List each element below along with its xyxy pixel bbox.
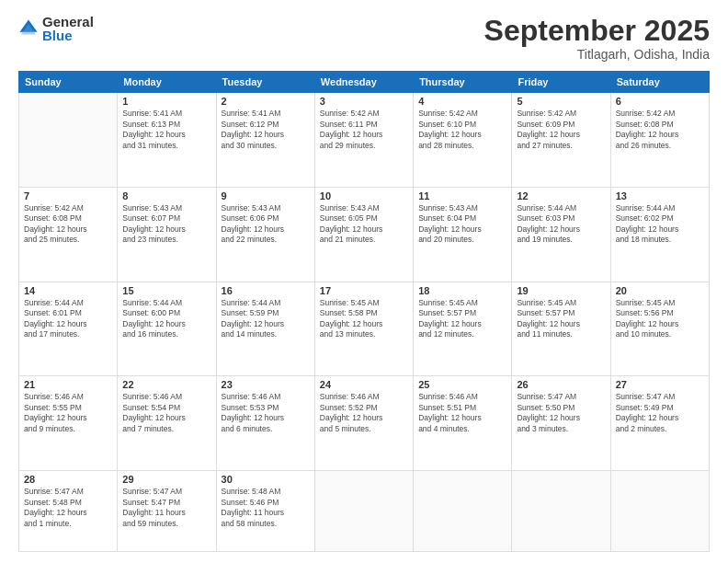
cell-daylight-info: Sunrise: 5:42 AM Sunset: 6:08 PM Dayligh… xyxy=(616,109,704,151)
calendar-week-row: 21Sunrise: 5:46 AM Sunset: 5:55 PM Dayli… xyxy=(19,376,710,471)
table-row: 29Sunrise: 5:47 AM Sunset: 5:47 PM Dayli… xyxy=(118,471,216,552)
day-number: 2 xyxy=(222,96,310,107)
day-number: 16 xyxy=(222,285,310,296)
cell-daylight-info: Sunrise: 5:46 AM Sunset: 5:52 PM Dayligh… xyxy=(320,392,408,434)
day-number: 18 xyxy=(418,285,506,296)
cell-daylight-info: Sunrise: 5:48 AM Sunset: 5:46 PM Dayligh… xyxy=(222,487,310,529)
calendar-table: Sunday Monday Tuesday Wednesday Thursday… xyxy=(18,71,710,552)
day-number: 14 xyxy=(24,285,112,296)
day-number: 25 xyxy=(418,379,506,390)
table-row: 24Sunrise: 5:46 AM Sunset: 5:52 PM Dayli… xyxy=(314,376,413,471)
table-row: 25Sunrise: 5:46 AM Sunset: 5:51 PM Dayli… xyxy=(414,376,512,471)
header: General Blue September 2025 Titlagarh, O… xyxy=(18,15,710,62)
table-row: 26Sunrise: 5:47 AM Sunset: 5:50 PM Dayli… xyxy=(512,376,610,471)
day-number: 5 xyxy=(517,96,605,107)
cell-daylight-info: Sunrise: 5:46 AM Sunset: 5:55 PM Dayligh… xyxy=(24,392,112,434)
cell-daylight-info: Sunrise: 5:44 AM Sunset: 6:03 PM Dayligh… xyxy=(517,203,605,246)
col-sunday: Sunday xyxy=(19,72,118,93)
table-row: 14Sunrise: 5:44 AM Sunset: 6:01 PM Dayli… xyxy=(19,282,118,376)
day-number: 22 xyxy=(122,379,210,390)
cell-daylight-info: Sunrise: 5:43 AM Sunset: 6:04 PM Dayligh… xyxy=(418,203,506,246)
cell-daylight-info: Sunrise: 5:43 AM Sunset: 6:06 PM Dayligh… xyxy=(222,203,310,246)
table-row: 22Sunrise: 5:46 AM Sunset: 5:54 PM Dayli… xyxy=(118,376,216,471)
day-number: 19 xyxy=(517,285,605,296)
cell-daylight-info: Sunrise: 5:42 AM Sunset: 6:10 PM Dayligh… xyxy=(418,109,506,151)
month-title: September 2025 xyxy=(484,15,710,47)
table-row: 16Sunrise: 5:44 AM Sunset: 5:59 PM Dayli… xyxy=(216,282,314,376)
table-row xyxy=(610,471,709,552)
table-row xyxy=(19,93,118,188)
day-number: 8 xyxy=(122,190,210,201)
cell-daylight-info: Sunrise: 5:45 AM Sunset: 5:57 PM Dayligh… xyxy=(418,298,506,340)
table-row: 5Sunrise: 5:42 AM Sunset: 6:09 PM Daylig… xyxy=(512,93,610,188)
logo-general-text: General xyxy=(42,15,94,29)
calendar-week-row: 14Sunrise: 5:44 AM Sunset: 6:01 PM Dayli… xyxy=(19,282,710,376)
table-row: 13Sunrise: 5:44 AM Sunset: 6:02 PM Dayli… xyxy=(610,187,709,282)
day-number: 7 xyxy=(24,190,112,201)
cell-daylight-info: Sunrise: 5:43 AM Sunset: 6:05 PM Dayligh… xyxy=(320,203,408,246)
table-row: 20Sunrise: 5:45 AM Sunset: 5:56 PM Dayli… xyxy=(610,282,709,376)
day-number: 24 xyxy=(320,379,408,390)
day-number: 17 xyxy=(320,285,408,296)
day-number: 20 xyxy=(616,285,704,296)
day-number: 13 xyxy=(616,190,704,201)
cell-daylight-info: Sunrise: 5:47 AM Sunset: 5:48 PM Dayligh… xyxy=(24,487,112,529)
col-monday: Monday xyxy=(118,72,216,93)
cell-daylight-info: Sunrise: 5:47 AM Sunset: 5:49 PM Dayligh… xyxy=(616,392,704,434)
page: General Blue September 2025 Titlagarh, O… xyxy=(0,0,728,563)
table-row: 18Sunrise: 5:45 AM Sunset: 5:57 PM Dayli… xyxy=(414,282,512,376)
logo-blue-text: Blue xyxy=(42,29,94,42)
day-number: 12 xyxy=(517,190,605,201)
cell-daylight-info: Sunrise: 5:45 AM Sunset: 5:58 PM Dayligh… xyxy=(320,298,408,340)
col-friday: Friday xyxy=(512,72,610,93)
calendar-week-row: 28Sunrise: 5:47 AM Sunset: 5:48 PM Dayli… xyxy=(19,471,710,552)
cell-daylight-info: Sunrise: 5:42 AM Sunset: 6:08 PM Dayligh… xyxy=(24,203,112,246)
cell-daylight-info: Sunrise: 5:42 AM Sunset: 6:11 PM Dayligh… xyxy=(320,109,408,151)
cell-daylight-info: Sunrise: 5:44 AM Sunset: 6:01 PM Dayligh… xyxy=(24,298,112,340)
day-number: 23 xyxy=(222,379,310,390)
day-number: 6 xyxy=(616,96,704,107)
title-block: September 2025 Titlagarh, Odisha, India xyxy=(484,15,710,62)
table-row: 30Sunrise: 5:48 AM Sunset: 5:46 PM Dayli… xyxy=(216,471,314,552)
table-row: 19Sunrise: 5:45 AM Sunset: 5:57 PM Dayli… xyxy=(512,282,610,376)
calendar-week-row: 1Sunrise: 5:41 AM Sunset: 6:13 PM Daylig… xyxy=(19,93,710,188)
col-wednesday: Wednesday xyxy=(314,72,413,93)
location-subtitle: Titlagarh, Odisha, India xyxy=(484,47,710,62)
table-row: 11Sunrise: 5:43 AM Sunset: 6:04 PM Dayli… xyxy=(414,187,512,282)
cell-daylight-info: Sunrise: 5:44 AM Sunset: 6:02 PM Dayligh… xyxy=(616,203,704,246)
cell-daylight-info: Sunrise: 5:44 AM Sunset: 6:00 PM Dayligh… xyxy=(122,298,210,340)
day-number: 4 xyxy=(418,96,506,107)
col-thursday: Thursday xyxy=(414,72,512,93)
cell-daylight-info: Sunrise: 5:46 AM Sunset: 5:51 PM Dayligh… xyxy=(418,392,506,434)
cell-daylight-info: Sunrise: 5:47 AM Sunset: 5:47 PM Dayligh… xyxy=(122,487,210,529)
table-row: 21Sunrise: 5:46 AM Sunset: 5:55 PM Dayli… xyxy=(19,376,118,471)
cell-daylight-info: Sunrise: 5:46 AM Sunset: 5:54 PM Dayligh… xyxy=(122,392,210,434)
cell-daylight-info: Sunrise: 5:42 AM Sunset: 6:09 PM Dayligh… xyxy=(517,109,605,151)
logo: General Blue xyxy=(18,15,94,42)
table-row: 12Sunrise: 5:44 AM Sunset: 6:03 PM Dayli… xyxy=(512,187,610,282)
table-row: 10Sunrise: 5:43 AM Sunset: 6:05 PM Dayli… xyxy=(314,187,413,282)
table-row: 7Sunrise: 5:42 AM Sunset: 6:08 PM Daylig… xyxy=(19,187,118,282)
table-row: 1Sunrise: 5:41 AM Sunset: 6:13 PM Daylig… xyxy=(118,93,216,188)
table-row: 23Sunrise: 5:46 AM Sunset: 5:53 PM Dayli… xyxy=(216,376,314,471)
col-tuesday: Tuesday xyxy=(216,72,314,93)
table-row: 4Sunrise: 5:42 AM Sunset: 6:10 PM Daylig… xyxy=(414,93,512,188)
day-number: 11 xyxy=(418,190,506,201)
day-number: 27 xyxy=(616,379,704,390)
table-row: 28Sunrise: 5:47 AM Sunset: 5:48 PM Dayli… xyxy=(19,471,118,552)
cell-daylight-info: Sunrise: 5:46 AM Sunset: 5:53 PM Dayligh… xyxy=(222,392,310,434)
day-number: 29 xyxy=(122,474,210,485)
table-row: 8Sunrise: 5:43 AM Sunset: 6:07 PM Daylig… xyxy=(118,187,216,282)
table-row xyxy=(314,471,413,552)
cell-daylight-info: Sunrise: 5:43 AM Sunset: 6:07 PM Dayligh… xyxy=(122,203,210,246)
table-row: 15Sunrise: 5:44 AM Sunset: 6:00 PM Dayli… xyxy=(118,282,216,376)
cell-daylight-info: Sunrise: 5:44 AM Sunset: 5:59 PM Dayligh… xyxy=(222,298,310,340)
day-number: 1 xyxy=(122,96,210,107)
day-number: 10 xyxy=(320,190,408,201)
cell-daylight-info: Sunrise: 5:41 AM Sunset: 6:12 PM Dayligh… xyxy=(222,109,310,151)
calendar-header-row: Sunday Monday Tuesday Wednesday Thursday… xyxy=(19,72,710,93)
table-row: 9Sunrise: 5:43 AM Sunset: 6:06 PM Daylig… xyxy=(216,187,314,282)
cell-daylight-info: Sunrise: 5:47 AM Sunset: 5:50 PM Dayligh… xyxy=(517,392,605,434)
table-row: 3Sunrise: 5:42 AM Sunset: 6:11 PM Daylig… xyxy=(314,93,413,188)
day-number: 3 xyxy=(320,96,408,107)
